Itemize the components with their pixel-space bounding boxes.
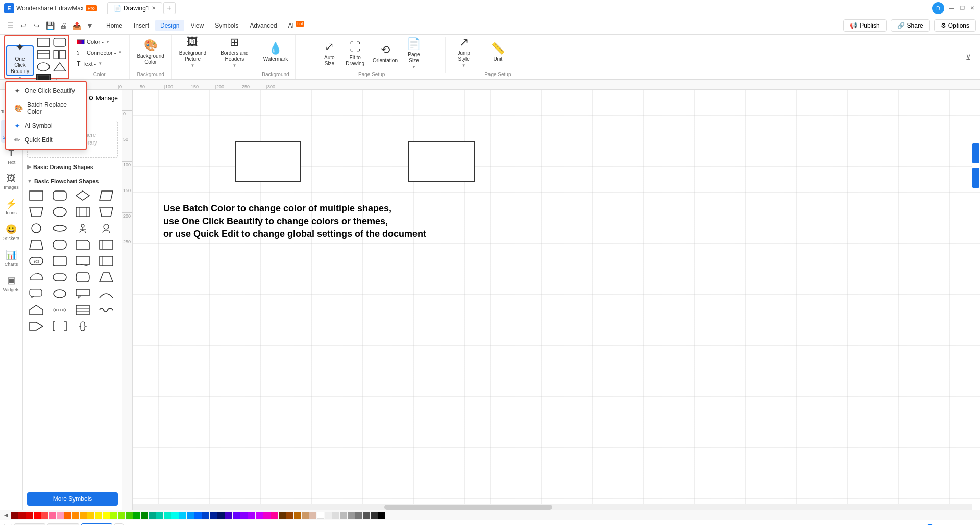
swatch-lightgray1[interactable] [325, 512, 332, 519]
swatch-white[interactable] [317, 512, 324, 519]
menu-ai[interactable]: AI hot [283, 19, 310, 31]
right-panel-btn-1[interactable] [972, 143, 979, 163]
swatch-blue3[interactable] [202, 512, 209, 519]
beautify-style-1[interactable] [36, 37, 51, 48]
shape-person[interactable] [74, 221, 92, 235]
menu-design[interactable]: Design [155, 20, 184, 31]
page-tab-2-first[interactable]: Page-2 [14, 523, 45, 526]
swatch-yellow2[interactable] [95, 512, 102, 519]
swatch-red3[interactable] [34, 512, 41, 519]
sidebar-item-charts[interactable]: 📊 Charts [1, 246, 21, 270]
swatch-red1[interactable] [18, 512, 26, 519]
save-btn[interactable]: 💾 [44, 19, 56, 32]
background-color-btn[interactable]: 🎨 BackgroundColor [134, 37, 167, 67]
dropdown-one-click[interactable]: ✦ One Click Beautify [6, 84, 86, 98]
swatch-cyan1[interactable] [164, 512, 171, 519]
shape-stadium[interactable] [51, 270, 69, 284]
right-panel-btn-2[interactable] [972, 168, 979, 188]
shape-house[interactable] [27, 303, 45, 317]
swatch-blue2[interactable] [194, 512, 202, 519]
swatch-black[interactable] [378, 512, 385, 519]
swatch-lime1[interactable] [110, 512, 117, 519]
unit-btn[interactable]: 📏 Unit [486, 37, 509, 67]
dropdown-batch-color[interactable]: 🎨 Batch Replace Color [6, 98, 86, 118]
shape-half-oval[interactable] [74, 270, 92, 284]
export-btn[interactable]: 📤 [70, 19, 83, 32]
h-scrollbar-thumb[interactable] [384, 505, 552, 510]
basic-flowchart-title[interactable]: ▼ Basic Flowchart Shapes [27, 176, 118, 186]
shape-line-dots[interactable] [51, 303, 69, 317]
shape-manual-op[interactable] [97, 205, 115, 219]
beautify-style-5[interactable] [36, 61, 51, 73]
swatch-darkgray2[interactable] [371, 512, 378, 519]
auto-size-btn[interactable]: ⤢ AutoSize [318, 38, 340, 69]
shape-alt-rect[interactable] [97, 237, 115, 252]
palette-left-arrow[interactable]: ◀ [4, 512, 8, 518]
shape-trapezoid[interactable] [27, 205, 45, 219]
page-tab-2-active[interactable]: Page-2 [81, 523, 112, 526]
swatch-pink2[interactable] [57, 512, 64, 519]
sidebar-item-images[interactable]: 🖼 Images [1, 170, 21, 193]
shape-rounded-rect[interactable] [51, 188, 69, 203]
manage-btn[interactable]: ⚙ Manage [88, 94, 118, 102]
fit-to-drawing-btn[interactable]: ⛶ Fit toDrawing [342, 38, 368, 69]
swatch-teal1[interactable] [149, 512, 156, 519]
swatch-tan[interactable] [302, 512, 309, 519]
swatch-violet1[interactable] [240, 512, 248, 519]
sidebar-item-icons[interactable]: ⚡ Icons [1, 195, 21, 219]
more-btn[interactable]: ▼ [84, 19, 96, 32]
swatch-magenta2[interactable] [263, 512, 271, 519]
redo-btn[interactable]: ↪ [31, 19, 43, 32]
beautify-style-4[interactable] [52, 49, 67, 60]
shape-ellipse-small[interactable] [51, 205, 69, 219]
swatch-navy[interactable] [217, 512, 225, 519]
shape-diamond[interactable] [74, 188, 92, 203]
shape-person-head[interactable] [97, 221, 115, 235]
swatch-brown1[interactable] [279, 512, 286, 519]
swatch-red4[interactable] [41, 512, 48, 519]
shape-curly-bracket[interactable] [74, 319, 92, 333]
tab-close-btn[interactable]: ✕ [152, 5, 156, 11]
swatch-blue4[interactable] [210, 512, 217, 519]
shape-rounded-corners[interactable] [51, 237, 69, 252]
shape-wavy[interactable] [97, 303, 115, 317]
new-tab-btn[interactable]: + [163, 2, 176, 14]
canvas-page[interactable]: Use Batch Color to change color of multi… [133, 90, 980, 510]
beautify-style-2[interactable] [52, 37, 67, 48]
shape-bracket[interactable] [51, 319, 69, 333]
swatch-beige[interactable] [309, 512, 316, 519]
dropdown-quick-edit[interactable]: ✏ Quick Edit [6, 133, 86, 147]
canvas-area[interactable]: 0 50 100 150 200 250 Use Batch Color to … [122, 90, 980, 510]
menu-home[interactable]: Home [101, 20, 128, 31]
swatch-purple1[interactable] [225, 512, 232, 519]
swatch-violet2[interactable] [248, 512, 255, 519]
shape-list[interactable] [74, 303, 92, 317]
swatch-red2[interactable] [26, 512, 33, 519]
share-btn[interactable]: 🔗 Share [891, 19, 930, 32]
shape-ellipse-h[interactable] [51, 221, 69, 235]
swatch-brown2[interactable] [286, 512, 293, 519]
swatch-orange3[interactable] [80, 512, 87, 519]
menu-advanced[interactable]: Advanced [244, 20, 282, 31]
jump-style-btn[interactable]: ↗ JumpStyle ▼ [453, 37, 475, 67]
expand-ribbon-btn[interactable]: ⊻ [966, 53, 974, 61]
text-row-btn[interactable]: T Text - ▼ [74, 59, 125, 68]
publish-btn[interactable]: 📢 Publish [843, 19, 886, 32]
undo-btn[interactable]: ↩ [17, 19, 30, 32]
swatch-pink1[interactable] [49, 512, 56, 519]
swatch-blue1[interactable] [187, 512, 194, 519]
shape-arc[interactable] [97, 287, 115, 301]
swatch-yellow3[interactable] [103, 512, 110, 519]
swatch-green3[interactable] [141, 512, 148, 519]
options-btn[interactable]: ⚙ Options [934, 19, 976, 32]
basic-drawing-title[interactable]: ▶ Basic Drawing Shapes [27, 162, 118, 172]
shape-yes-btn[interactable]: Yes [27, 254, 45, 268]
menu-symbols[interactable]: Symbols [210, 20, 243, 31]
shape-process[interactable] [74, 205, 92, 219]
swatch-purple2[interactable] [233, 512, 240, 519]
swatch-yellow1[interactable] [87, 512, 94, 519]
menu-view[interactable]: View [185, 20, 209, 31]
swatch-orange2[interactable] [72, 512, 79, 519]
swatch-lime2[interactable] [118, 512, 125, 519]
color-row-btn[interactable]: Color - ▼ [74, 38, 125, 46]
